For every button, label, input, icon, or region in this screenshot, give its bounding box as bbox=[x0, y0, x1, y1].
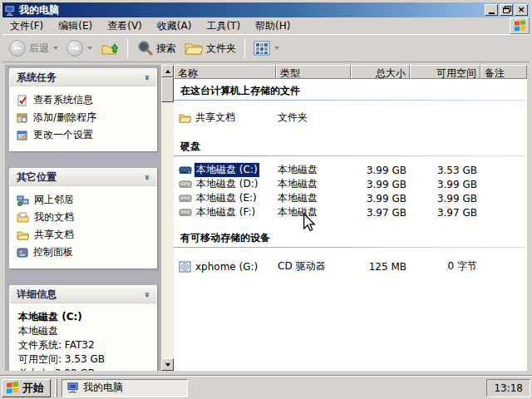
menu-help[interactable]: 帮助(H) bbox=[248, 17, 298, 36]
search-icon bbox=[136, 40, 153, 57]
group-hard-disks: 硬盘 bbox=[174, 140, 527, 155]
windows-logo-icon bbox=[510, 17, 530, 34]
list-item-shared-documents[interactable]: 共享文档 文件夹 bbox=[174, 111, 527, 125]
details-header[interactable]: 详细信息 « bbox=[10, 286, 156, 303]
forward-button[interactable]: → bbox=[63, 38, 96, 58]
back-dropdown-icon bbox=[53, 47, 58, 50]
collapse-chevron-icon: « bbox=[141, 291, 152, 297]
network-places-icon bbox=[17, 195, 29, 206]
hard-disk-icon bbox=[179, 165, 192, 175]
place-label: 网上邻居 bbox=[34, 193, 74, 207]
place-network[interactable]: 网上邻居 bbox=[17, 191, 151, 209]
group-files-stored: 在这台计算机上存储的文件 bbox=[174, 84, 527, 100]
list-item-drive-d[interactable]: 本地磁盘 (D:) 本地磁盘 3.99 GB 3.99 GB bbox=[174, 177, 527, 191]
other-places-title: 其它位置 bbox=[17, 170, 57, 185]
back-button[interactable]: ← 后退 bbox=[6, 38, 62, 58]
views-button[interactable] bbox=[250, 39, 283, 57]
task-label: 更改一个设置 bbox=[33, 128, 93, 142]
folders-label: 文件夹 bbox=[206, 42, 236, 56]
my-documents-icon bbox=[17, 212, 29, 223]
back-icon: ← bbox=[9, 40, 26, 57]
taskbar: 开始 我的电脑 13:18 bbox=[0, 376, 532, 399]
selected-item-label: 本地磁盘 (C:) bbox=[195, 163, 259, 177]
back-label: 后退 bbox=[29, 42, 49, 56]
list-item-drive-c[interactable]: 本地磁盘 (C:) 本地磁盘 3.99 GB 3.53 GB bbox=[174, 163, 527, 177]
window-title: 我的电脑 bbox=[19, 3, 485, 17]
restore-button[interactable] bbox=[500, 4, 513, 16]
column-header-free-space[interactable]: 可用空间 bbox=[410, 65, 480, 79]
other-places-header[interactable]: 其它位置 « bbox=[10, 169, 156, 186]
change-setting-icon bbox=[17, 130, 28, 141]
column-headers: 名称 类型 总大小 可用空间 备注 bbox=[174, 65, 527, 79]
panel-other-places: 其它位置 « 网上邻居 bbox=[9, 168, 157, 268]
details-drive-type: 本地磁盘 bbox=[18, 324, 150, 338]
task-button-my-computer[interactable]: 我的电脑 bbox=[62, 379, 188, 397]
cd-drive-icon bbox=[179, 261, 191, 273]
details-title: 详细信息 bbox=[17, 288, 57, 302]
menu-edit[interactable]: 编辑(E) bbox=[51, 17, 100, 36]
my-computer-window: 我的电脑 × 文件(F) 编辑(E) 查看(V) 收藏(A) 工具(T) 帮助(… bbox=[0, 0, 532, 376]
place-my-documents[interactable]: 我的文档 bbox=[17, 209, 151, 226]
views-dropdown-icon bbox=[274, 47, 279, 50]
column-header-comments[interactable]: 备注 bbox=[480, 65, 527, 79]
start-button[interactable]: 开始 bbox=[2, 379, 51, 397]
computer-icon bbox=[67, 382, 79, 393]
close-button[interactable]: × bbox=[515, 4, 528, 16]
up-button[interactable] bbox=[97, 38, 122, 58]
menu-file[interactable]: 文件(F) bbox=[2, 17, 51, 36]
system-tasks-title: 系统任务 bbox=[17, 71, 57, 85]
clock[interactable]: 13:18 bbox=[494, 382, 523, 394]
menu-bar: 文件(F) 编辑(E) 查看(V) 收藏(A) 工具(T) 帮助(H) bbox=[2, 17, 530, 35]
place-control-panel[interactable]: 控制面板 bbox=[17, 244, 151, 261]
system-tray: 13:18 bbox=[486, 379, 530, 397]
toolbar: ← 后退 → 搜索 文件夹 bbox=[2, 35, 530, 62]
sidebar-scrollbar[interactable] bbox=[161, 65, 174, 371]
scrollbar-thumb[interactable] bbox=[161, 77, 174, 102]
hard-disk-icon bbox=[179, 208, 192, 218]
menu-tools[interactable]: 工具(T) bbox=[199, 17, 248, 36]
task-label: 添加/删除程序 bbox=[33, 111, 96, 125]
column-header-name[interactable]: 名称 bbox=[174, 65, 276, 79]
column-header-total-size[interactable]: 总大小 bbox=[351, 65, 410, 79]
folder-icon bbox=[179, 112, 191, 123]
group-removable-storage: 有可移动存储的设备 bbox=[174, 231, 527, 247]
toolbar-separator bbox=[244, 38, 245, 58]
task-add-remove-programs[interactable]: 添加/删除程序 bbox=[17, 109, 151, 126]
forward-dropdown-icon bbox=[87, 47, 92, 50]
scroll-down-icon[interactable] bbox=[161, 358, 174, 371]
add-remove-programs-icon bbox=[17, 112, 28, 124]
start-label: 开始 bbox=[22, 381, 44, 396]
details-free-space: 可用空间: 3.53 GB bbox=[18, 352, 150, 367]
list-item-drive-g[interactable]: xphome (G:) CD 驱动器 125 MB 0 字节 bbox=[174, 259, 527, 273]
details-total-size: 总大小: 3.99 GB bbox=[18, 367, 150, 371]
folders-button[interactable]: 文件夹 bbox=[181, 39, 239, 57]
up-folder-icon bbox=[101, 40, 119, 57]
list-item-drive-f[interactable]: 本地磁盘 (F:) 本地磁盘 3.97 GB 3.97 GB bbox=[174, 205, 527, 219]
system-info-icon bbox=[17, 95, 28, 106]
task-button-label: 我的电脑 bbox=[83, 381, 123, 395]
place-label: 我的文档 bbox=[34, 210, 74, 224]
folders-icon bbox=[185, 41, 203, 56]
file-list: 名称 类型 总大小 可用空间 备注 在这台计算机上存储的文件 共享文档 文件夹 bbox=[174, 65, 527, 371]
task-label: 查看系统信息 bbox=[33, 93, 93, 107]
menu-view[interactable]: 查看(V) bbox=[100, 17, 150, 36]
forward-icon: → bbox=[66, 40, 83, 57]
task-pane: 系统任务 « 查看系统信息 bbox=[5, 65, 161, 371]
details-drive-name: 本地磁盘 (C:) bbox=[18, 310, 150, 324]
list-item-drive-e[interactable]: 本地磁盘 (E:) 本地磁盘 3.99 GB 3.99 GB bbox=[174, 191, 527, 205]
search-label: 搜索 bbox=[156, 42, 176, 56]
task-change-setting[interactable]: 更改一个设置 bbox=[17, 126, 151, 144]
menu-favorites[interactable]: 收藏(A) bbox=[150, 17, 200, 36]
place-shared-documents[interactable]: 共享文档 bbox=[17, 226, 151, 244]
search-button[interactable]: 搜索 bbox=[133, 38, 180, 58]
panel-details: 详细信息 « 本地磁盘 (C:) 本地磁盘 文件系统: FAT32 可用空间: … bbox=[9, 285, 157, 371]
task-view-system-info[interactable]: 查看系统信息 bbox=[17, 91, 151, 109]
toolbar-separator bbox=[127, 38, 128, 58]
column-header-type[interactable]: 类型 bbox=[276, 65, 351, 79]
system-tasks-header[interactable]: 系统任务 « bbox=[10, 69, 156, 86]
start-windows-flag-icon bbox=[6, 382, 19, 395]
computer-icon bbox=[4, 5, 16, 16]
title-bar[interactable]: 我的电脑 × bbox=[2, 2, 530, 17]
scroll-up-icon[interactable] bbox=[161, 65, 174, 77]
minimize-button[interactable] bbox=[485, 4, 498, 16]
